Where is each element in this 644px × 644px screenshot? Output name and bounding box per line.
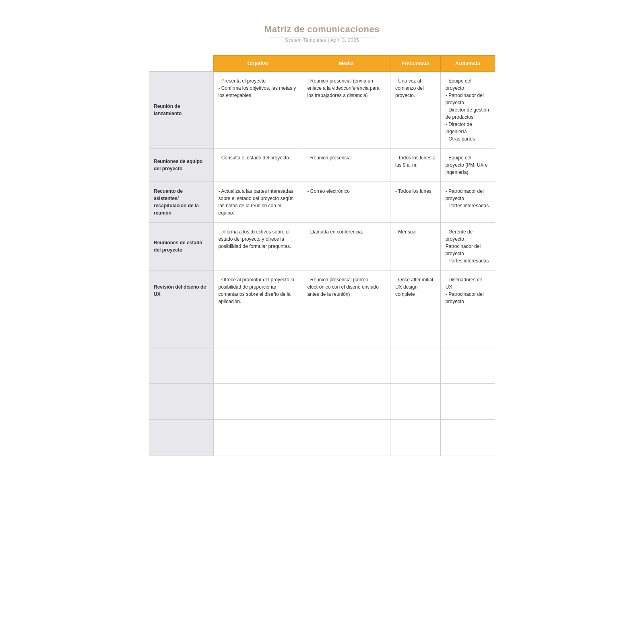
- col-header-objetivo: Objetivo: [213, 56, 302, 72]
- row-label-cell: Reuniones de equipo del proyecto: [149, 149, 213, 182]
- row-audiencia-cell: [440, 420, 495, 456]
- table-row: [149, 347, 495, 384]
- row-label-cell: Recuento de asistentes/ recapitulación d…: [149, 182, 213, 223]
- col-header-frecuencia: Frecuencia: [390, 56, 440, 72]
- col-header-audiencia: Audiencia: [440, 56, 495, 72]
- row-media-cell: [302, 347, 390, 384]
- table-row: [149, 311, 495, 347]
- row-audiencia-cell: - Equipo del proyecto - Patrocinador del…: [440, 72, 495, 149]
- row-objetivo-cell: [213, 384, 302, 420]
- row-audiencia-cell: [440, 311, 495, 347]
- row-label-cell: [149, 311, 213, 347]
- row-objetivo-cell: - Presenta el proyecto - Confirma los ob…: [213, 72, 302, 149]
- page-header: Matriz de comunicaciones System Template…: [149, 24, 495, 43]
- table-row: Revisión del diseño de UX- Ofrece al pro…: [149, 270, 495, 311]
- page-title: Matriz de comunicaciones: [149, 24, 495, 35]
- row-frecuencia-cell: [390, 420, 440, 456]
- row-media-cell: - Reunión presencial (envía un enlace a …: [302, 72, 390, 149]
- col-header-empty: [149, 56, 213, 72]
- row-media-cell: - Reunión presencial: [302, 149, 390, 182]
- row-media-cell: [302, 311, 390, 347]
- table-row: [149, 420, 495, 456]
- row-audiencia-cell: - Diseñadores de UX - Patrocinador del p…: [440, 270, 495, 311]
- subtitle-date: April 3, 2025: [330, 37, 359, 43]
- row-label-cell: Reunión de lanzamiento: [149, 72, 213, 149]
- row-frecuencia-cell: - Todos los lunes a las 9 a. m.: [390, 149, 440, 182]
- page-container: Matriz de comunicaciones System Template…: [149, 24, 495, 620]
- row-media-cell: - Correo electrónico: [302, 182, 390, 223]
- table-row: Recuento de asistentes/ recapitulación d…: [149, 182, 495, 223]
- table-row: Reuniones de estado del proyecto- Inform…: [149, 223, 495, 270]
- row-objetivo-cell: - Consulta el estado del proyecto.: [213, 149, 302, 182]
- row-audiencia-cell: - Gerente de proyecto Patrocinador del p…: [440, 223, 495, 270]
- table-row: Reunión de lanzamiento- Presenta el proy…: [149, 72, 495, 149]
- table-header-row: Objetivo Media Frecuencia Audiencia: [149, 56, 495, 72]
- row-label-cell: [149, 384, 213, 420]
- row-objetivo-cell: [213, 311, 302, 347]
- row-objetivo-cell: [213, 347, 302, 384]
- row-objetivo-cell: [213, 420, 302, 456]
- row-objetivo-cell: - Informa a los directivos sobre el esta…: [213, 223, 302, 270]
- col-header-media: Media: [302, 56, 390, 72]
- row-media-cell: [302, 384, 390, 420]
- row-objetivo-cell: - Ofrece al promotor del proyecto la pos…: [213, 270, 302, 311]
- row-media-cell: - Llamada en conferencia.: [302, 223, 390, 270]
- row-audiencia-cell: [440, 384, 495, 420]
- table-row: Reuniones de equipo del proyecto- Consul…: [149, 149, 495, 182]
- row-label-cell: Reuniones de estado del proyecto: [149, 223, 213, 270]
- table-row: [149, 384, 495, 420]
- subtitle-source: System Templates: [285, 37, 326, 43]
- row-label-cell: [149, 420, 213, 456]
- row-media-cell: - Reunión presencial (correo electrónico…: [302, 270, 390, 311]
- row-frecuencia-cell: - Once after initial UX design complete: [390, 270, 440, 311]
- row-objetivo-cell: - Actualiza a las partes interesadas sob…: [213, 182, 302, 223]
- row-audiencia-cell: [440, 347, 495, 384]
- row-audiencia-cell: - Patrocinador del proyecto - Partes int…: [440, 182, 495, 223]
- communications-matrix-table: Objetivo Media Frecuencia Audiencia Reun…: [149, 55, 495, 456]
- row-media-cell: [302, 420, 390, 456]
- row-frecuencia-cell: - Mensual: [390, 223, 440, 270]
- row-audiencia-cell: - Equipo del proyecto (PM, UX e ingenier…: [440, 149, 495, 182]
- row-frecuencia-cell: [390, 384, 440, 420]
- row-label-cell: [149, 347, 213, 384]
- row-frecuencia-cell: - Una vez al comienzo del proyecto.: [390, 72, 440, 149]
- page-subtitle: System Templates | April 3, 2025: [149, 37, 495, 43]
- row-frecuencia-cell: [390, 347, 440, 384]
- row-frecuencia-cell: [390, 311, 440, 347]
- row-frecuencia-cell: - Todos los lunes: [390, 182, 440, 223]
- row-label-cell: Revisión del diseño de UX: [149, 270, 213, 311]
